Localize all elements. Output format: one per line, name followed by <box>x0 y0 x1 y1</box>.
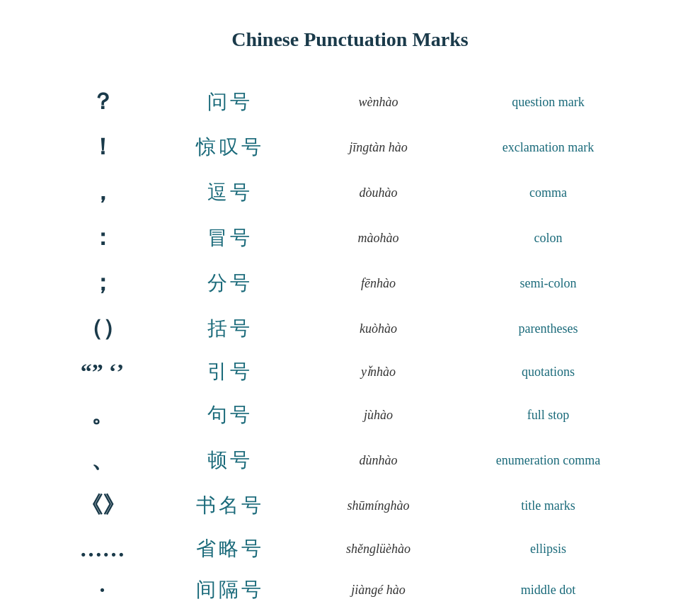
chinese-cell: 冒号 <box>159 224 301 251</box>
english-cell: title marks <box>457 498 641 513</box>
english-cell: question mark <box>457 95 641 110</box>
english-cell: exclamation mark <box>457 140 641 155</box>
symbol-cell: ； <box>32 268 159 299</box>
english-cell: colon <box>457 231 641 246</box>
symbol-cell: 、 <box>32 445 159 476</box>
table-row: ：冒号màohàocolon <box>32 215 669 261</box>
symbol-cell: ？ <box>32 86 159 118</box>
chinese-cell: 省略号 <box>159 535 301 562</box>
english-cell: quotations <box>457 365 641 380</box>
pinyin-cell: dùnhào <box>301 453 457 468</box>
table-row: （）括号kuòhàoparentheses <box>32 306 669 351</box>
chinese-cell: 引号 <box>159 358 301 385</box>
symbol-cell: …… <box>32 536 159 562</box>
pinyin-cell: kuòhào <box>301 321 457 336</box>
table-row: “” ‘’引号yǐnhàoquotations <box>32 351 669 392</box>
table-row: 。句号jùhàofull stop <box>32 392 669 438</box>
table-row: ，逗号dòuhàocomma <box>32 170 669 215</box>
chinese-cell: 书名号 <box>159 492 301 519</box>
pinyin-cell: shūmínghào <box>301 498 457 513</box>
pinyin-cell: jīngtàn hào <box>301 140 457 155</box>
symbol-cell: 。 <box>32 399 159 430</box>
chinese-cell: 惊叹号 <box>159 134 301 161</box>
english-cell: enumeration comma <box>457 453 641 468</box>
page-title: Chinese Punctuation Marks <box>231 28 468 51</box>
pinyin-cell: jùhào <box>301 408 457 423</box>
table-row: ·间隔号jiàngé hàomiddle dot <box>32 569 669 610</box>
english-cell: parentheses <box>457 321 641 336</box>
symbol-cell: 《》 <box>32 490 159 521</box>
chinese-cell: 分号 <box>159 270 301 297</box>
english-cell: ellipsis <box>457 542 641 557</box>
table-row: ……省略号shěnglüèhàoellipsis <box>32 528 669 569</box>
pinyin-cell: màohào <box>301 231 457 246</box>
chinese-cell: 问号 <box>159 89 301 115</box>
symbol-cell: “” ‘’ <box>32 359 159 385</box>
chinese-cell: 逗号 <box>159 179 301 206</box>
chinese-cell: 句号 <box>159 401 301 428</box>
english-cell: full stop <box>457 408 641 423</box>
symbol-cell: · <box>32 577 159 603</box>
symbol-cell: ： <box>32 222 159 253</box>
english-cell: middle dot <box>457 583 641 598</box>
punctuation-table: ？问号wènhàoquestion mark！惊叹号jīngtàn hàoexc… <box>32 79 669 610</box>
chinese-cell: 顿号 <box>159 447 301 474</box>
table-row: 、顿号dùnhàoenumeration comma <box>32 438 669 483</box>
pinyin-cell: dòuhào <box>301 186 457 200</box>
chinese-cell: 括号 <box>159 315 301 342</box>
table-row: ！惊叹号jīngtàn hàoexclamation mark <box>32 125 669 170</box>
chinese-cell: 间隔号 <box>159 576 301 603</box>
pinyin-cell: yǐnhào <box>301 364 457 380</box>
english-cell: semi-colon <box>457 276 641 291</box>
pinyin-cell: jiàngé hào <box>301 583 457 598</box>
english-cell: comma <box>457 186 641 200</box>
symbol-cell: ， <box>32 177 159 208</box>
symbol-cell: ！ <box>32 132 159 163</box>
pinyin-cell: wènhào <box>301 95 457 110</box>
symbol-cell: （） <box>32 313 159 344</box>
table-row: ？问号wènhàoquestion mark <box>32 79 669 125</box>
pinyin-cell: shěnglüèhào <box>301 542 457 557</box>
table-row: ；分号fēnhàosemi-colon <box>32 261 669 306</box>
table-row: 《》书名号shūmínghàotitle marks <box>32 483 669 528</box>
pinyin-cell: fēnhào <box>301 276 457 291</box>
